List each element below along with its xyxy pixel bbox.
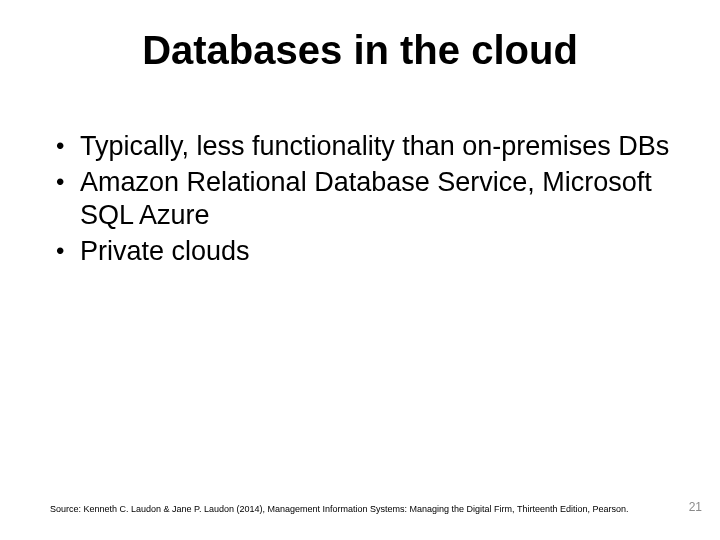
- page-number: 21: [689, 500, 702, 514]
- list-item: Amazon Relational Database Service, Micr…: [50, 166, 670, 231]
- source-citation: Source: Kenneth C. Laudon & Jane P. Laud…: [50, 504, 650, 514]
- slide-body: Typically, less functionality than on-pr…: [50, 130, 670, 272]
- slide-title: Databases in the cloud: [0, 28, 720, 73]
- bullet-list: Typically, less functionality than on-pr…: [50, 130, 670, 268]
- slide: Databases in the cloud Typically, less f…: [0, 0, 720, 540]
- list-item: Private clouds: [50, 235, 670, 267]
- list-item: Typically, less functionality than on-pr…: [50, 130, 670, 162]
